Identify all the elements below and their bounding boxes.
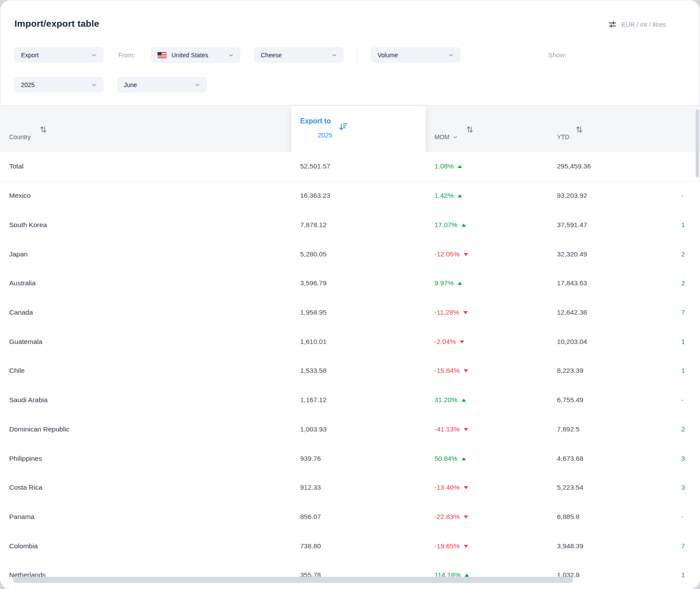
origin-dropdown[interactable]: United States (151, 47, 240, 63)
table-row[interactable]: Canada 1,958.95 -11.28% 12,642.38 7 (0, 298, 700, 327)
row-mom-value: -22.83% (434, 513, 468, 520)
chevron-down-icon (228, 53, 234, 58)
row-mom-value: 9.97% (434, 279, 462, 287)
trend-triangle-icon (464, 545, 468, 548)
row-country: Japan (9, 250, 28, 258)
table-row[interactable]: Guatemala 1,610.01 -2.04% 10,203.04 1 (0, 327, 700, 356)
row-export-value: 1,958.95 (300, 309, 326, 316)
row-ytd-value: 6,885.8 (557, 513, 580, 520)
table-row[interactable]: Mexico 16,363.23 1.42% 93,203.92 - (0, 181, 700, 210)
table-row[interactable]: Philippines 939.76 50.84% 4,673.68 3 (0, 444, 700, 473)
row-export-value: 1,610.01 (300, 338, 326, 345)
row-ytd-value: 5,223.54 (557, 484, 583, 491)
chevron-down-icon (453, 135, 458, 140)
trend-triangle-icon (460, 340, 464, 344)
row-mom-value: -12.05% (434, 250, 468, 258)
chevron-down-icon (195, 82, 200, 88)
units-control[interactable]: EUR / mt / litres (608, 20, 666, 29)
row-country: Philippines (9, 455, 42, 462)
row-mom-value: -2.04% (434, 338, 464, 345)
row-country: Saudi Arabia (9, 396, 48, 403)
table-row[interactable]: Japan 5,280.05 -12.05% 32,320.49 2 (0, 239, 700, 269)
sort-icon-ytd[interactable] (574, 125, 584, 134)
row-country: Mexico (9, 192, 31, 199)
row-country: Chile (9, 367, 24, 374)
row-yoy-fragment: 3 (681, 484, 685, 491)
export-to-label: Export to (300, 117, 331, 125)
row-yoy-fragment: 1 (681, 367, 685, 374)
row-ytd-value: 6,755.49 (557, 396, 583, 403)
row-country: South Korea (9, 221, 47, 228)
horizontal-scrollbar-thumb[interactable] (13, 577, 573, 583)
show-label: Show: (548, 51, 567, 59)
row-export-value: 856.07 (300, 513, 321, 520)
year-dropdown-value: 2025 (21, 81, 35, 88)
table-header: Country Export to 2025 MOM (0, 105, 700, 151)
row-yoy-fragment: - (681, 513, 683, 520)
trend-triangle-icon (462, 399, 466, 402)
row-country: Costa Rica (9, 484, 42, 491)
row-export-value: 3,596.79 (300, 279, 326, 287)
row-yoy-fragment: - (681, 192, 683, 199)
row-mom-value: -13.40% (434, 484, 468, 491)
row-yoy-fragment: 7 (681, 542, 685, 550)
table-row[interactable]: Australia 3,596.79 9.97% 17,843.63 2 (0, 269, 700, 298)
table-row[interactable]: Colombia 738.80 -19.65% 3,948.39 7 (0, 531, 700, 561)
row-ytd-value: 10,203.04 (557, 338, 587, 345)
month-dropdown[interactable]: June (117, 77, 206, 92)
flow-dropdown[interactable]: Export (14, 47, 103, 63)
vertical-scrollbar-thumb[interactable] (696, 109, 699, 177)
table-row[interactable]: Netherlands 355.78 114.18% 1,032.8 1 (0, 561, 700, 589)
import-export-card: Import/export table EUR / mt / litres Ex… (0, 0, 700, 589)
trend-triangle-icon (464, 428, 468, 431)
row-mom-value: 1.42% (434, 192, 462, 199)
table-row[interactable]: Chile 1,533.58 -15.84% 8,223.39 1 (0, 356, 700, 386)
trend-triangle-icon (464, 515, 468, 519)
column-header-country: Country (9, 133, 31, 140)
row-mom-value: -11.28% (434, 309, 468, 316)
column-header-export-to[interactable]: Export to 2025 (291, 106, 426, 152)
trend-triangle-icon (464, 369, 468, 372)
row-mom-value: 31.20% (434, 396, 466, 403)
row-yoy-fragment: 1 (681, 571, 685, 578)
row-ytd-value: 3,948.39 (557, 542, 583, 550)
product-dropdown[interactable]: Cheese (254, 47, 343, 63)
sort-icon-country[interactable] (38, 125, 48, 134)
row-mom-value: -41.13% (434, 425, 468, 433)
table-body: Total 52,501.57 1.08% 295,459.36 Mexico … (0, 151, 700, 589)
trend-triangle-icon (463, 311, 468, 314)
metric-dropdown[interactable]: Volume (371, 47, 460, 63)
trend-triangle-icon (464, 253, 468, 256)
sort-icon-mom[interactable] (465, 125, 475, 134)
column-header-mom[interactable]: MOM (434, 133, 458, 140)
mom-label: MOM (434, 133, 449, 140)
table-row[interactable]: Saudi Arabia 1,167.12 31.20% 6,755.49 - (0, 386, 700, 415)
flow-dropdown-value: Export (21, 52, 38, 59)
row-ytd-value: 37,591.47 (557, 221, 587, 228)
row-ytd-value: 17,843.63 (557, 279, 587, 287)
row-yoy-fragment: 7 (681, 309, 685, 316)
metric-dropdown-value: Volume (378, 52, 398, 59)
row-country: Guatemala (9, 338, 42, 345)
us-flag-icon (158, 52, 167, 58)
row-yoy-fragment: 3 (681, 455, 685, 462)
row-country: Total (9, 162, 24, 170)
row-yoy-fragment: 2 (681, 425, 685, 433)
row-country: Dominican Republic (9, 425, 70, 433)
row-ytd-value: 32,320.49 (557, 250, 587, 258)
row-yoy-fragment: 2 (681, 279, 685, 287)
table-row[interactable]: Total 52,501.57 1.08% 295,459.36 (0, 151, 700, 181)
row-export-value: 52,501.57 (300, 162, 330, 170)
year-dropdown[interactable]: 2025 (14, 77, 103, 92)
row-yoy-fragment: 1 (681, 338, 685, 345)
table-row[interactable]: Panama 856.07 -22.83% 6,885.8 - (0, 502, 700, 532)
row-ytd-value: 295,459.36 (557, 162, 591, 170)
row-yoy-fragment: 2 (681, 250, 685, 258)
row-ytd-value: 4,673.68 (557, 455, 583, 462)
product-dropdown-value: Cheese (261, 52, 282, 59)
trend-triangle-icon (458, 194, 462, 197)
table-row[interactable]: Costa Rica 912.33 -13.40% 5,223.54 3 (0, 473, 700, 502)
row-mom-value: 1.08% (434, 162, 462, 170)
table-row[interactable]: South Korea 7,878.12 17.07% 37,591.47 1 (0, 210, 700, 240)
table-row[interactable]: Dominican Republic 1,003.93 -41.13% 7,89… (0, 415, 700, 444)
